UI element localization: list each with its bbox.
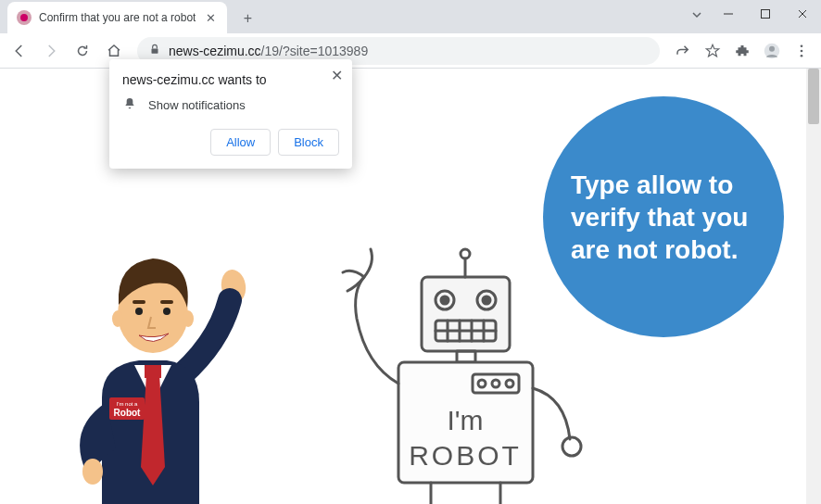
url-domain: news-cezimu.cc xyxy=(169,44,261,58)
svg-point-14 xyxy=(183,310,194,327)
instruction-text: Type allow to verify that you are not ro… xyxy=(571,169,756,266)
svg-point-13 xyxy=(112,310,123,327)
popup-title: news-cezimu.cc wants to xyxy=(122,72,339,87)
close-tab-icon[interactable]: ✕ xyxy=(203,10,218,25)
close-window-button[interactable] xyxy=(784,0,821,28)
svg-point-0 xyxy=(20,14,28,21)
browser-tab[interactable]: Confirm that you are not a robot ✕ xyxy=(7,2,227,33)
scrollbar[interactable] xyxy=(806,69,821,504)
block-button[interactable]: Block xyxy=(278,129,339,156)
share-icon[interactable] xyxy=(669,37,697,65)
popup-permission-row: Show notifications xyxy=(122,96,339,114)
robot-text-line1: I'm xyxy=(447,405,483,435)
svg-point-6 xyxy=(801,44,803,47)
profile-icon[interactable] xyxy=(758,37,786,65)
notification-popup: ✕ news-cezimu.cc wants to Show notificat… xyxy=(109,59,352,169)
robot-sketch: I'm ROBOT xyxy=(320,235,598,504)
badge-line1: I'm not a xyxy=(117,401,138,407)
svg-point-18 xyxy=(163,308,171,315)
popup-buttons: Allow Block xyxy=(122,129,339,156)
forward-button[interactable] xyxy=(37,37,65,65)
svg-point-11 xyxy=(82,459,103,485)
toolbar-right-icons xyxy=(669,37,815,65)
url-path: /19/?site=1013989 xyxy=(261,44,369,58)
maximize-button[interactable] xyxy=(747,0,784,28)
svg-point-39 xyxy=(562,437,581,456)
cartoon-man: I'm not a Robot xyxy=(46,235,259,504)
permission-label: Show notifications xyxy=(148,98,246,112)
extensions-icon[interactable] xyxy=(728,37,756,65)
tab-favicon xyxy=(17,10,32,25)
svg-point-17 xyxy=(135,308,143,315)
menu-icon[interactable] xyxy=(788,37,815,65)
badge-line2: Robot xyxy=(114,408,142,418)
svg-rect-2 xyxy=(762,10,770,19)
window-controls xyxy=(710,0,821,28)
svg-rect-33 xyxy=(457,351,475,362)
svg-rect-3 xyxy=(152,48,158,53)
svg-point-5 xyxy=(769,45,775,51)
robot-text-line2: ROBOT xyxy=(409,440,522,471)
svg-rect-10 xyxy=(145,365,161,378)
svg-point-8 xyxy=(801,54,803,57)
bookmark-star-icon[interactable] xyxy=(699,37,726,65)
close-icon[interactable]: ✕ xyxy=(331,67,343,84)
reload-button[interactable] xyxy=(69,37,96,65)
tabs-dropdown-icon[interactable] xyxy=(691,7,702,24)
titlebar: Confirm that you are not a robot ✕ + xyxy=(0,0,821,33)
svg-point-24 xyxy=(441,296,448,304)
svg-rect-16 xyxy=(160,300,173,304)
scrollbar-thumb[interactable] xyxy=(808,69,819,124)
svg-rect-15 xyxy=(133,300,145,304)
allow-button[interactable]: Allow xyxy=(210,129,271,156)
back-button[interactable] xyxy=(6,37,33,65)
bell-icon xyxy=(122,96,137,114)
minimize-button[interactable] xyxy=(710,0,747,28)
svg-point-26 xyxy=(483,296,490,304)
lock-icon xyxy=(148,43,161,59)
svg-point-7 xyxy=(801,49,803,52)
url-text: news-cezimu.cc/19/?site=1013989 xyxy=(169,44,649,58)
new-tab-button[interactable]: + xyxy=(234,6,260,32)
svg-point-22 xyxy=(461,249,470,258)
tab-title: Confirm that you are not a robot xyxy=(39,11,196,24)
